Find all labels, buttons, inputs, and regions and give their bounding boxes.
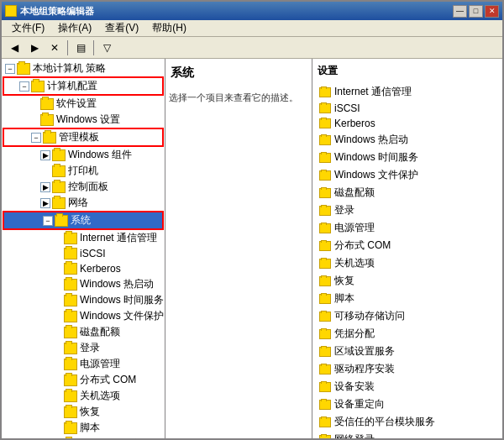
forward-button[interactable]: ▶ xyxy=(25,39,44,56)
expand-computer-config[interactable]: − xyxy=(19,81,29,92)
tree-item-iscsi[interactable]: iSCSI xyxy=(2,246,165,261)
folder-sm-icon xyxy=(319,259,331,269)
tree-item-printer[interactable]: 打印机 xyxy=(2,163,165,179)
machine-options-icon xyxy=(64,390,77,402)
tree-item-kerberos[interactable]: Kerberos xyxy=(2,261,165,276)
right-list-item[interactable]: 区域设置服务 xyxy=(316,343,499,360)
right-list-label: 区域设置服务 xyxy=(334,344,395,359)
expand-network[interactable]: ▶ xyxy=(40,198,50,208)
tree-item-dist-com[interactable]: 分布式 COM xyxy=(2,372,165,388)
up-button[interactable]: ✕ xyxy=(45,39,64,56)
right-list-item[interactable]: Windows 热启动 xyxy=(316,131,499,149)
computer-config-icon xyxy=(31,81,45,92)
right-list-item[interactable]: 凭据分配 xyxy=(316,325,499,343)
admin-templates-icon xyxy=(43,132,56,144)
right-list-label: 电源管理 xyxy=(334,221,375,235)
right-list-label: 网络登录 xyxy=(334,432,375,438)
tree-item-admin-templates[interactable]: − 管理模板 xyxy=(4,129,162,145)
right-list-item[interactable]: 设备重定向 xyxy=(316,395,499,413)
machine-options-label: 关机选项 xyxy=(80,389,120,403)
tree-item-control-panel[interactable]: ▶ 控制面板 xyxy=(2,179,165,195)
disk-quota-icon xyxy=(64,327,77,338)
windows-settings-label: Windows 设置 xyxy=(56,113,120,127)
expand-admin[interactable]: − xyxy=(31,133,41,143)
right-list-label: 设备重定向 xyxy=(334,397,385,411)
login-icon xyxy=(64,343,77,354)
tree-item-portable-storage[interactable]: 可移动存储访问 xyxy=(2,436,165,438)
tree-item-windows-time[interactable]: Windows 时间服务 xyxy=(2,292,165,308)
main-window: 本地组策略编辑器 — □ ✕ 文件(F) 操作(A) 查看(V) 帮助(H) ◀… xyxy=(0,0,504,440)
tree-item-login[interactable]: 登录 xyxy=(2,340,165,356)
iscsi-label: iSCSI xyxy=(80,248,106,259)
tree-item-power[interactable]: 电源管理 xyxy=(2,356,165,372)
menu-help[interactable]: 帮助(H) xyxy=(145,19,193,37)
right-list-label: 凭据分配 xyxy=(334,327,375,341)
folder-sm-icon xyxy=(319,329,331,339)
tree-item-internet-comm[interactable]: Internet 通信管理 xyxy=(2,230,165,246)
expand-system[interactable]: − xyxy=(43,216,53,226)
control-panel-label: 控制面板 xyxy=(68,180,108,194)
folder-sm-icon xyxy=(319,223,331,233)
right-list-item[interactable]: Windows 时间服务 xyxy=(316,149,499,166)
tree-item-windows-settings[interactable]: Windows 设置 xyxy=(2,112,165,128)
computer-config-highlight: − 计算机配置 xyxy=(3,76,164,96)
menu-view[interactable]: 查看(V) xyxy=(98,19,145,37)
tree-item-win-components[interactable]: ▶ Windows 组件 xyxy=(2,147,165,163)
right-list-item[interactable]: 驱动程序安装 xyxy=(316,360,499,378)
internet-comm-label: Internet 通信管理 xyxy=(80,231,157,245)
right-list-item[interactable]: 关机选项 xyxy=(316,254,499,272)
folder-sm-icon xyxy=(319,435,331,439)
right-list-item[interactable]: 网络登录 xyxy=(316,431,499,438)
folder-sm-icon xyxy=(319,153,331,163)
windows-startup-icon xyxy=(64,279,77,291)
back-button[interactable]: ◀ xyxy=(5,39,24,56)
folder-sm-icon xyxy=(319,364,331,375)
tree-item-windows-file[interactable]: Windows 文件保护 xyxy=(2,308,165,324)
right-list-item[interactable]: iSCSI xyxy=(316,101,499,116)
right-list-item[interactable]: 登录 xyxy=(316,202,499,219)
right-list-item[interactable]: 设备安装 xyxy=(316,378,499,395)
filter-button[interactable]: ▽ xyxy=(97,39,116,56)
right-list-item[interactable]: Windows 文件保护 xyxy=(316,166,499,184)
right-list-label: Windows 文件保护 xyxy=(334,168,418,182)
tree-item-machine-options[interactable]: 关机选项 xyxy=(2,388,165,404)
right-list-item[interactable]: Internet 通信管理 xyxy=(316,83,499,101)
right-list-item[interactable]: 分布式 COM xyxy=(316,237,499,254)
tree-item-restore[interactable]: 恢复 xyxy=(2,404,165,420)
right-list-item[interactable]: 恢复 xyxy=(316,272,499,290)
expand-root[interactable]: − xyxy=(5,64,15,74)
right-list-item[interactable]: 可移动存储访问 xyxy=(316,307,499,325)
power-label: 电源管理 xyxy=(80,357,120,371)
right-list: Internet 通信管理iSCSIKerberosWindows 热启动Win… xyxy=(316,83,499,438)
close-button[interactable]: ✕ xyxy=(485,5,499,18)
tree-item-disk-quota[interactable]: 磁盘配额 xyxy=(2,324,165,340)
right-list-label: 受信任的平台模块服务 xyxy=(334,415,435,429)
right-list-item[interactable]: 受信任的平台模块服务 xyxy=(316,413,499,431)
folder-sm-icon xyxy=(319,276,331,286)
title-bar: 本地组策略编辑器 — □ ✕ xyxy=(2,2,502,20)
expand-control[interactable]: ▶ xyxy=(40,182,50,192)
tree-item-software[interactable]: 软件设置 xyxy=(2,96,165,112)
maximize-button[interactable]: □ xyxy=(469,5,483,18)
menu-action[interactable]: 操作(A) xyxy=(51,19,98,37)
tree-item-root[interactable]: − 本地计算机 策略 xyxy=(2,60,165,76)
tree-item-script[interactable]: 脚本 xyxy=(2,420,165,436)
right-list-item[interactable]: 脚本 xyxy=(316,290,499,307)
menu-file[interactable]: 文件(F) xyxy=(5,19,51,37)
tree-item-network[interactable]: ▶ 网络 xyxy=(2,195,165,211)
tree-item-system[interactable]: − 系统 xyxy=(4,212,162,228)
right-list-item[interactable]: Kerberos xyxy=(316,116,499,131)
right-list-item[interactable]: 电源管理 xyxy=(316,219,499,237)
network-label: 网络 xyxy=(68,196,88,210)
tree-item-computer-config[interactable]: − 计算机配置 xyxy=(4,78,162,94)
middle-panel: 系统 选择一个项目来查看它的描述。 xyxy=(165,59,312,438)
minimize-button[interactable]: — xyxy=(453,5,467,18)
folder-sm-icon xyxy=(319,347,331,357)
show-hide-button[interactable]: ▤ xyxy=(71,39,90,56)
software-icon xyxy=(40,98,54,110)
tree-item-windows-startup[interactable]: Windows 热启动 xyxy=(2,276,165,292)
expand-win-components[interactable]: ▶ xyxy=(40,150,50,160)
system-highlight: − 系统 xyxy=(3,211,164,230)
right-list-label: 可移动存储访问 xyxy=(334,309,405,323)
right-list-item[interactable]: 磁盘配额 xyxy=(316,184,499,202)
